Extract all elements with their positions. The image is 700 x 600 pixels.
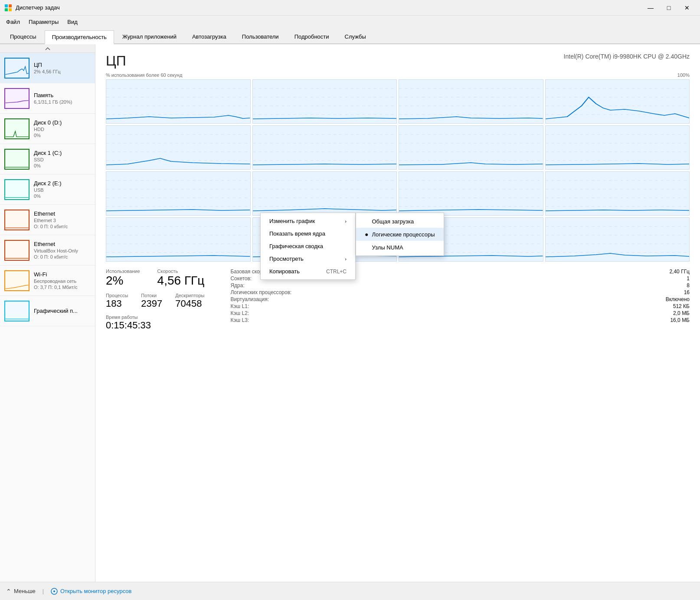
cpu-cell-15: [545, 217, 690, 262]
sidebar-item-ethernet1[interactable]: Ethernet Ethernet 3 О: 0 П: 0 кбит/с: [0, 205, 95, 235]
window-controls: — □ ✕: [642, 2, 696, 14]
wifi-sub2: О: 3,7 П: 0,1 Мбит/с: [34, 285, 78, 290]
context-show-kernel-label: Показать время ядра: [269, 230, 325, 237]
disk0-label: Диск 0 (D:): [34, 119, 62, 126]
tab-details[interactable]: Подробности: [287, 30, 337, 43]
virt-value: Включено: [483, 296, 690, 302]
maximize-button[interactable]: □: [660, 2, 677, 14]
processes-value: 183: [106, 298, 128, 309]
sidebar-item-cpu[interactable]: ЦП 2% 4,56 ГГц: [0, 53, 95, 83]
svg-rect-63: [399, 172, 543, 215]
svg-rect-23: [399, 80, 543, 123]
base-speed-value: 2,40 ГГц: [483, 269, 690, 275]
cache-l1-value: 512 КБ: [483, 303, 690, 309]
tab-startup[interactable]: Автозагрузка: [185, 30, 234, 43]
context-summary[interactable]: Графическая сводка: [261, 240, 355, 252]
uptime-section: Время работы 0:15:45:33: [106, 315, 204, 331]
context-copy[interactable]: Копировать CTRL+C: [261, 265, 355, 278]
speed-stat: Скорость 4,56 ГГц: [157, 269, 205, 288]
less-button[interactable]: ⌃ Меньше: [6, 588, 36, 595]
cpu-cell-5: [252, 125, 397, 170]
menu-file[interactable]: Файл: [3, 18, 23, 26]
sockets-value: 1: [483, 275, 690, 282]
minimize-button[interactable]: —: [642, 2, 659, 14]
context-copy-label: Копировать: [269, 268, 300, 275]
cache-l2-value: 2,0 МБ: [483, 310, 690, 316]
gpu-label-group: Графический п...: [34, 308, 78, 314]
svg-rect-48: [546, 126, 690, 169]
speed-label: Скорость: [157, 269, 205, 274]
monitor-icon: [51, 588, 58, 595]
context-view-label: Просмотреть: [269, 256, 304, 262]
cpu-cell-4: [106, 125, 251, 170]
sidebar-item-disk1[interactable]: Диск 1 (C:) SSD 0%: [0, 144, 95, 174]
tab-services[interactable]: Службы: [337, 30, 373, 43]
content-title: ЦП: [106, 53, 126, 69]
sub-item-logical[interactable]: ● Логические процессоры: [356, 228, 444, 241]
monitor-link-container: Открыть монитор ресурсов: [51, 588, 131, 595]
disk1-label-group: Диск 1 (C:) SSD 0%: [34, 150, 62, 168]
sidebar-item-disk2[interactable]: Диск 2 (E:) USB 0%: [0, 174, 95, 205]
chart-label-left: % использования более 60 секунд: [106, 72, 182, 78]
threads-label: Потоки: [141, 293, 162, 298]
gpu-label: Графический п...: [34, 308, 78, 314]
menu-settings[interactable]: Параметры: [25, 18, 62, 26]
context-change-chart-label: Изменить график: [269, 218, 315, 224]
disk0-sub1: HDD: [34, 127, 62, 132]
sidebar-item-ethernet2[interactable]: Ethernet VirtualBox Host-Only О: 0 П: 0 …: [0, 235, 95, 266]
context-change-chart[interactable]: Изменить график ›: [261, 215, 355, 227]
chart-label-right: 100%: [677, 72, 690, 78]
sidebar-item-disk0[interactable]: Диск 0 (D:) HDD 0%: [0, 114, 95, 144]
processes-label: Процессы: [106, 293, 128, 298]
sidebar-item-wifi[interactable]: Wi-Fi Беспроводная сеть О: 3,7 П: 0,1 Мб…: [0, 266, 95, 296]
svg-rect-2: [5, 8, 8, 11]
cpu-cell-12: [106, 217, 251, 262]
usage-speed: Использование 2% Скорость 4,56 ГГц: [106, 269, 204, 288]
cpu-cell-6: [399, 125, 543, 170]
memory-label-group: Память 6,1/31,1 ГБ (20%): [34, 92, 72, 105]
ethernet1-sub2: О: 0 П: 0 кбит/с: [34, 224, 68, 229]
tabbar: Процессы Производительность Журнал прило…: [0, 28, 700, 44]
cpu-thumb: [4, 58, 29, 79]
menu-view[interactable]: Вид: [64, 18, 81, 26]
sub-item-overall[interactable]: ● Общая загрузка: [356, 215, 444, 228]
svg-rect-3: [9, 8, 12, 11]
ethernet2-sub1: VirtualBox Host-Only: [34, 248, 78, 253]
tab-performance[interactable]: Производительность: [45, 30, 114, 44]
content-header: ЦП Intel(R) Core(TM) i9-9980HK CPU @ 2.4…: [106, 53, 690, 69]
ethernet2-thumb: [4, 240, 29, 261]
sub-item-numa[interactable]: ● Узлы NUMA: [356, 241, 444, 254]
cpu-cell-1: [252, 79, 397, 124]
window-title: Диспетчер задач: [16, 4, 642, 11]
sidebar-item-memory[interactable]: Память 6,1/31,1 ГБ (20%): [0, 83, 95, 114]
close-button[interactable]: ✕: [678, 2, 696, 14]
cpu-cell-2: [399, 79, 543, 124]
ethernet1-label-group: Ethernet Ethernet 3 О: 0 П: 0 кбит/с: [34, 210, 68, 229]
context-view-arrow: ›: [345, 256, 347, 262]
usage-label: Использование: [106, 269, 140, 274]
sidebar-item-gpu[interactable]: Графический п...: [0, 296, 95, 326]
sidebar-scroll-up[interactable]: [0, 44, 95, 53]
disk2-sub1: USB: [34, 187, 62, 193]
sub-item-logical-label: Логические процессоры: [372, 231, 435, 238]
logical-label: Логических процессоров:: [230, 289, 474, 295]
svg-rect-1: [9, 4, 12, 7]
context-show-kernel[interactable]: Показать время ядра: [261, 227, 355, 240]
processes-section: Процессы 183 Потоки 2397 Дескрипторы 704…: [106, 293, 204, 309]
separator: |: [43, 588, 44, 594]
svg-rect-12: [5, 302, 28, 321]
cores-label: Ядра:: [230, 282, 474, 289]
sub-item-overall-label: Общая загрузка: [372, 218, 414, 225]
tab-users[interactable]: Пользователи: [235, 30, 286, 43]
memory-thumb: [4, 88, 29, 109]
tab-processes[interactable]: Процессы: [3, 30, 44, 43]
svg-rect-88: [546, 218, 690, 261]
descriptors-label: Дескрипторы: [175, 293, 204, 298]
context-view[interactable]: Просмотреть ›: [261, 252, 355, 265]
monitor-link[interactable]: Открыть монитор ресурсов: [60, 588, 131, 594]
tab-app-history[interactable]: Журнал приложений: [115, 30, 184, 43]
wifi-thumb: [4, 270, 29, 291]
svg-rect-7: [5, 150, 28, 169]
main-layout: ЦП 2% 4,56 ГГц Память 6,1/31,1 ГБ (20%): [0, 44, 700, 582]
disk2-thumb: [4, 179, 29, 200]
